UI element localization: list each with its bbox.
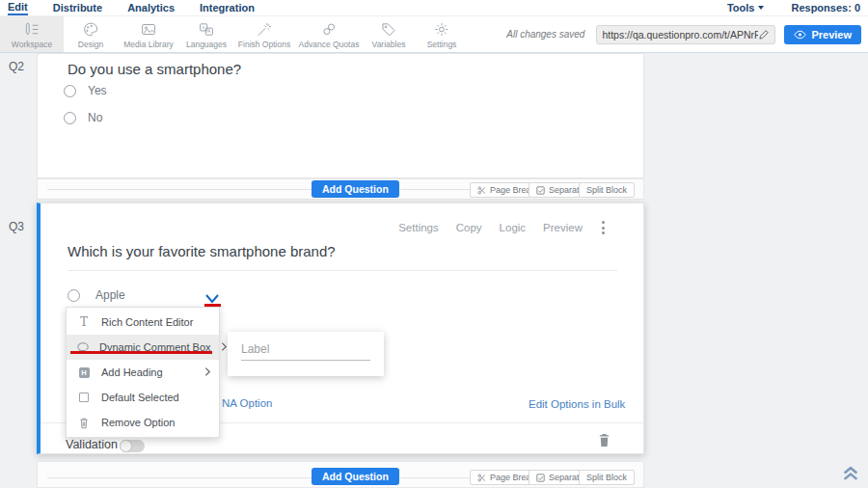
tools-menu[interactable]: Tools (727, 2, 765, 14)
answer-option-label: Apple (95, 288, 125, 302)
question-number-q3: Q3 (9, 220, 24, 233)
add-question-button[interactable]: Add Question (312, 180, 399, 198)
magic-wand-icon (256, 21, 273, 38)
question-logic-link[interactable]: Logic (500, 222, 527, 233)
answer-option-yes[interactable]: Yes (64, 84, 107, 97)
toolbar-tab-label: Settings (427, 40, 457, 49)
toolbar-tab-variables[interactable]: Variables (363, 16, 415, 52)
survey-editor-page: Edit Distribute Analytics Integration To… (0, 0, 868, 488)
caret-down-icon (758, 6, 764, 10)
toolbar-tab-label: Design (78, 40, 103, 49)
question-copy-link[interactable]: Copy (456, 222, 482, 233)
top-nav: Edit Distribute Analytics Integration To… (0, 0, 868, 16)
toolbar-tab-label: Languages (186, 40, 227, 49)
answer-option-no[interactable]: No (64, 111, 102, 124)
question-title[interactable]: Do you use a smartphone? (68, 61, 241, 77)
chevron-right-icon (204, 364, 211, 381)
block-actions-strip: Add Question Page Break Separator Split … (37, 178, 644, 200)
pencil-icon[interactable] (758, 29, 770, 41)
label-input[interactable] (241, 340, 370, 361)
edit-options-in-bulk-link[interactable]: Edit Options in Bulk (529, 398, 625, 410)
option-context-menu: T Rich Content Editor Dynamic Comment Bo… (66, 307, 220, 438)
toolbar-tab-label: Advance Quotas (299, 40, 360, 49)
gear-icon (433, 21, 450, 38)
toolbar-tab-label: Finish Options (238, 40, 290, 49)
split-block-button[interactable]: Split Block (579, 182, 635, 198)
survey-url-input[interactable] (602, 29, 758, 41)
preview-button-label: Preview (811, 29, 852, 41)
toolbar-right-group: All changes saved Preview (506, 16, 868, 52)
trash-icon (76, 417, 92, 429)
nav-tab-edit[interactable]: Edit (8, 1, 28, 15)
preview-button[interactable]: Preview (784, 25, 861, 44)
scissors-icon (477, 186, 486, 195)
menu-item-label: Default Selected (101, 392, 179, 403)
menu-item-dynamic-comment-box[interactable]: Dynamic Comment Box (67, 335, 219, 360)
palette-icon (82, 21, 99, 38)
workspace-pen-list-icon (23, 21, 41, 38)
nav-right-group: Tools Responses: 0 (727, 2, 868, 14)
toolbar-tab-settings[interactable]: Settings (415, 16, 469, 52)
checked-box-icon (536, 474, 545, 482)
question-settings-link[interactable]: Settings (398, 222, 439, 233)
menu-item-label: Rich Content Editor (101, 316, 193, 328)
validation-label: Validation (66, 438, 118, 451)
editor-toolbar: Workspace Design Media Library xA Langua… (0, 16, 868, 53)
add-question-button[interactable]: Add Question (312, 468, 399, 485)
split-block-label: Split Block (586, 185, 627, 195)
answer-option-label: Yes (88, 84, 107, 97)
answer-option-apple[interactable]: Apple (68, 288, 125, 302)
autosave-status: All changes saved (506, 29, 584, 40)
radio-button-icon[interactable] (64, 85, 76, 97)
image-icon (140, 21, 157, 38)
toolbar-tab-design[interactable]: Design (64, 16, 118, 52)
tag-icon (380, 21, 397, 38)
tools-label: Tools (727, 2, 755, 14)
svg-text:x: x (202, 25, 204, 30)
nav-tab-integration[interactable]: Integration (200, 2, 255, 14)
toolbar-tab-workspace[interactable]: Workspace (0, 16, 64, 52)
validation-toggle[interactable] (120, 440, 145, 452)
toolbar-tab-label: Media Library (123, 40, 174, 49)
checked-box-icon (536, 186, 545, 195)
toolbar-tab-label: Workspace (12, 40, 52, 49)
chevron-right-icon (221, 339, 228, 356)
radio-button-icon[interactable] (64, 112, 76, 124)
nav-tab-analytics[interactable]: Analytics (127, 2, 175, 14)
question-header-links: Settings Copy Logic Preview (398, 221, 605, 234)
empty-checkbox-icon (76, 393, 92, 402)
nav-tab-distribute[interactable]: Distribute (53, 2, 102, 14)
responses-count[interactable]: Responses: 0 (791, 2, 860, 14)
scroll-to-top-icon[interactable] (841, 465, 860, 485)
translate-icon: xA (198, 21, 215, 38)
annotation-underline-chevron (204, 304, 221, 307)
answer-option-label: No (88, 111, 102, 124)
radio-button-icon[interactable] (68, 289, 80, 302)
menu-item-remove-option[interactable]: Remove Option (67, 410, 219, 435)
toolbar-tab-finish-options[interactable]: Finish Options (233, 16, 295, 52)
na-option-link[interactable]: NA Option (222, 397, 272, 409)
toggle-knob (120, 440, 132, 452)
question-title[interactable]: Which is your favorite smartphone brand? (68, 243, 336, 259)
block-actions-strip-bottom: Add Question Page Break Separator Split … (37, 461, 644, 488)
scissors-icon (477, 474, 486, 482)
toolbar-tab-advance-quotas[interactable]: Advance Quotas (295, 16, 363, 52)
menu-item-default-selected[interactable]: Default Selected (67, 385, 219, 410)
question-card-q2[interactable]: Do you use a smartphone? Yes No (37, 53, 644, 178)
toolbar-tab-label: Variables (372, 40, 406, 49)
split-block-button[interactable]: Split Block (579, 470, 635, 485)
question-preview-link[interactable]: Preview (543, 222, 583, 233)
menu-item-label: Add Heading (101, 366, 163, 378)
eye-icon (794, 30, 806, 40)
delete-question-trash-icon[interactable] (598, 433, 610, 451)
toolbar-tab-media-library[interactable]: Media Library (118, 16, 179, 52)
heading-square-icon: H (76, 367, 92, 378)
annotation-underline-dynamic-comment-box (70, 351, 212, 354)
menu-item-add-heading[interactable]: H Add Heading (67, 360, 219, 385)
survey-url-box (596, 25, 775, 44)
toolbar-tab-languages[interactable]: xA Languages (179, 16, 233, 52)
menu-item-rich-content-editor[interactable]: T Rich Content Editor (67, 310, 219, 335)
split-block-label: Split Block (586, 473, 627, 482)
chain-links-icon (320, 21, 338, 38)
kebab-menu-icon[interactable] (602, 221, 605, 234)
